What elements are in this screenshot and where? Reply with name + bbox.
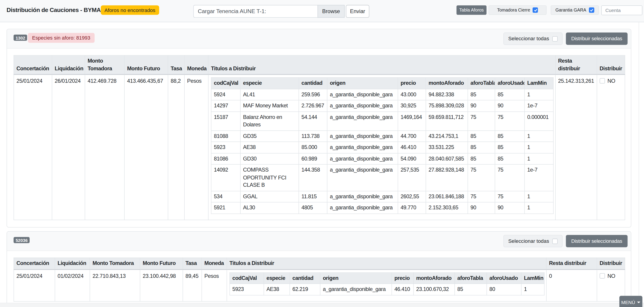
nested-cell: 49.770 xyxy=(398,202,426,214)
titulos-table: codCajVal especie cantidad origen precio… xyxy=(211,77,554,214)
nested-row: 14092COMPASS OPORTUNITY FCI CLASE B144.3… xyxy=(211,164,554,191)
nested-cell: 0.000001 xyxy=(524,111,553,130)
enviar-button[interactable]: Enviar xyxy=(346,5,370,18)
file-input[interactable]: Cargar Tenencia AUNE T-1: xyxy=(193,5,318,18)
garantia-gara-toggle[interactable]: Garantia GARA xyxy=(551,5,599,15)
nested-cell: 90 xyxy=(495,202,524,214)
nested-cell: 75 xyxy=(468,111,495,130)
distribuir-checkbox[interactable] xyxy=(600,78,605,84)
nested-row: 15187Balanz Ahorro en Dolares54.144a_gar… xyxy=(211,111,554,130)
cell-titulos: codCajVal especie cantidad origen precio… xyxy=(227,269,546,301)
nested-cell: AE38 xyxy=(264,284,290,295)
nested-cell: a_garantia_disponible_gara xyxy=(327,142,398,153)
nested-cell: 75 xyxy=(468,191,495,202)
count-badge: 52036 xyxy=(14,237,30,243)
nested-cell: 257,535 xyxy=(398,164,426,191)
cell-tasa: 88,2 xyxy=(168,74,184,219)
nested-cell: 85 xyxy=(495,153,524,164)
aforos-warning-badge: Aforos no encontrados xyxy=(101,6,159,15)
nested-cell: 85 xyxy=(495,89,524,100)
nested-cell: 94.882.338 xyxy=(426,89,468,100)
section-1-body: Concertación Liquidación Monto Tomadora … xyxy=(7,49,631,226)
nested-cell: 15187 xyxy=(211,111,240,130)
col-concertacion: Concertación xyxy=(14,258,55,269)
browse-button[interactable]: Browse xyxy=(318,5,344,18)
menu-button[interactable]: MENÚ xyxy=(619,296,642,307)
seleccionar-todas-button[interactable]: Seleccionar todas xyxy=(504,33,563,45)
nested-cell: 1 xyxy=(524,89,553,100)
cell-concertacion: 25/01/2024 xyxy=(14,74,52,219)
titulos-table: codCajVal especie cantidad origen precio… xyxy=(230,272,544,295)
nested-cell: AL30 xyxy=(240,202,299,214)
table-header-row: Concertación Liquidación Monto Tomadora … xyxy=(14,258,625,269)
nested-cell: 2.152.303,65 xyxy=(426,202,468,214)
nested-cell: 46.410 xyxy=(392,284,414,295)
nested-cell: COMPASS OPORTUNITY FCI CLASE B xyxy=(240,164,299,191)
nested-cell: Balanz Ahorro en Dolares xyxy=(240,111,299,130)
seleccionar-todas-checkbox[interactable] xyxy=(552,36,558,41)
distribuir-seleccionadas-button[interactable]: Distribuir seleccionadas xyxy=(566,235,628,247)
nested-cell: 75.898.309,028 xyxy=(426,100,468,111)
nested-cell: 259.596 xyxy=(299,89,327,100)
nested-cell: 54.144 xyxy=(299,111,327,130)
nested-cell: 1e-7 xyxy=(524,164,553,191)
cell-distribuir: NO xyxy=(597,74,625,219)
nested-cell: 90 xyxy=(495,100,524,111)
nested-row: 14297MAF Money Market2.726.967a_garantia… xyxy=(211,100,554,111)
nested-row: 5924AL41259.596a_garantia_disponible_gar… xyxy=(211,89,554,100)
nested-cell: a_garantia_disponible_gara xyxy=(327,202,398,214)
ncol-origen: origen xyxy=(320,272,392,284)
nested-row: 5923AE3862.219a_garantia_disponible_gara… xyxy=(230,284,544,295)
cell-moneda: Pesos xyxy=(202,269,227,301)
cell-tasa: 89,45 xyxy=(183,269,202,301)
nested-cell: 62.219 xyxy=(290,284,320,295)
garantia-gara-checkbox[interactable] xyxy=(589,7,594,13)
cell-liquidacion: 01/02/2024 xyxy=(55,269,90,301)
nested-cell: 534 xyxy=(211,191,240,202)
nested-cell: 2.726.967 xyxy=(299,100,327,111)
viewport: Distribución de Cauciones - BYMA Aforos … xyxy=(0,0,644,307)
nested-cell: 5923 xyxy=(211,142,240,153)
cell-resta: 25.142.313,261 xyxy=(556,74,597,219)
distribuir-seleccionadas-button[interactable]: Distribuir seleccionadas xyxy=(566,33,628,45)
ncol-precio: precio xyxy=(398,78,426,89)
tomadora-cierre-checkbox[interactable] xyxy=(532,7,538,13)
nested-cell: 1e-7 xyxy=(524,100,553,111)
nested-cell: 23.061.846,188 xyxy=(426,191,468,202)
nested-row: 81086GD3060.989a_garantia_disponible_gar… xyxy=(211,153,554,164)
col-resta: Resta distribuir xyxy=(546,258,597,269)
ncol-aforousado: aforoUsado xyxy=(487,272,521,284)
caret-down-icon xyxy=(637,301,640,303)
nested-cell: 14092 xyxy=(211,164,240,191)
nested-cell: GD35 xyxy=(240,130,299,142)
nested-cell: 75 xyxy=(468,164,495,191)
col-resta: Resta distribuir xyxy=(556,55,597,75)
cuenta-input[interactable]: Cuenta xyxy=(601,6,642,15)
nested-row: 5921AL304805a_garantia_disponible_gara49… xyxy=(211,202,554,214)
nested-cell: a_garantia_disponible_gara xyxy=(327,164,398,191)
ncol-aforotabla: aforoTabla xyxy=(468,78,495,89)
col-liquidacion: Liquidación xyxy=(52,55,85,75)
distribuir-checkbox[interactable] xyxy=(600,273,605,278)
caucion-row: 25/01/2024 01/02/2024 22.710.843,13 23.1… xyxy=(14,269,625,301)
nested-cell: 113.738 xyxy=(299,130,327,142)
nested-cell: 54.090 xyxy=(398,153,426,164)
nested-cell: 59.659.811,712 xyxy=(426,111,468,130)
nested-cell: 75 xyxy=(495,164,524,191)
scroll-divider xyxy=(638,22,639,307)
nested-cell: a_garantia_disponible_gara xyxy=(327,130,398,142)
nested-cell: 85 xyxy=(495,130,524,142)
ncol-origen: origen xyxy=(327,78,398,89)
tabla-aforos-button[interactable]: Tabla Aforos xyxy=(456,5,486,15)
nested-cell: a_garantia_disponible_gara xyxy=(327,153,398,164)
nested-cell: 85 xyxy=(455,284,487,295)
nested-cell: a_garantia_disponible_gara xyxy=(327,89,398,100)
tomadora-cierre-toggle[interactable]: Tomadora Cierre xyxy=(488,5,546,15)
nested-cell: 30,925 xyxy=(398,100,426,111)
table-header-row: Concertación Liquidación Monto Tomadora … xyxy=(14,55,625,75)
tomadora-cierre-label: Tomadora Cierre xyxy=(497,8,530,13)
seleccionar-todas-checkbox[interactable] xyxy=(552,238,558,244)
seleccionar-todas-button[interactable]: Seleccionar todas xyxy=(504,235,563,247)
cell-concertacion: 25/01/2024 xyxy=(14,269,55,301)
horizontal-scrollbar[interactable] xyxy=(0,303,644,307)
